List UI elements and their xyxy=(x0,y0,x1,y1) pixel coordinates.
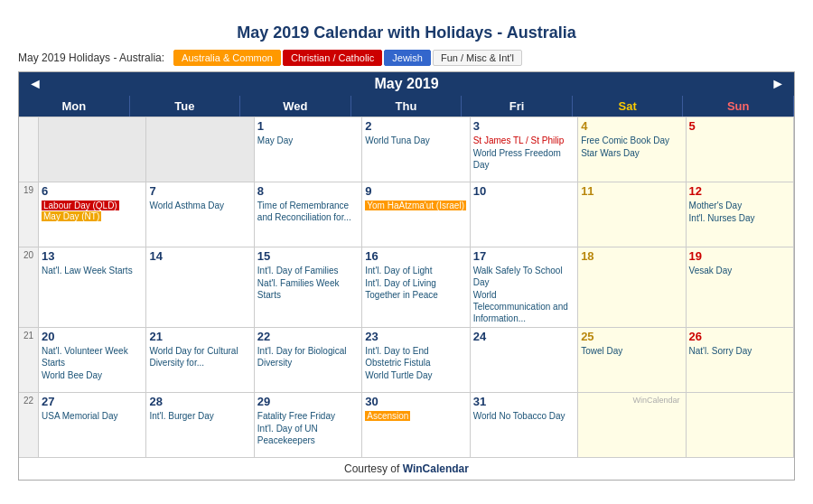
day-num-13: 13 xyxy=(42,249,143,263)
day-num-19: 19 xyxy=(689,249,790,263)
day-headers: Mon Tue Wed Thu Fri Sat Sun xyxy=(19,96,794,117)
cell-may-19: 19 Vesak Day xyxy=(687,247,794,327)
holiday-towel: Towel Day xyxy=(581,345,682,357)
holiday-labour-day: Labour Day (QLD) xyxy=(42,201,119,210)
holiday-fatality: Fatality Free Friday xyxy=(257,410,359,422)
cell-may-10: 10 xyxy=(471,182,578,247)
calendar-page: May 2019 Calendar with Holidays - Austra… xyxy=(18,23,795,481)
calendar-header: ◄ May 2019 ► xyxy=(19,72,794,96)
cell-may-21: 21 World Day for Cultural Diversity for.… xyxy=(146,327,254,392)
filter-label: May 2019 Holidays - Australia: xyxy=(18,51,164,64)
day-num-6: 6 xyxy=(42,184,143,198)
holiday-walk-safely: Walk Safely To School Day xyxy=(473,265,575,288)
holiday-star-wars: Star Wars Day xyxy=(581,147,682,159)
holiday-nurses-day: Int'l. Nurses Day xyxy=(689,212,790,224)
day-num-16: 16 xyxy=(365,249,466,263)
holiday-volunteer: Nat'l. Volunteer Week Starts xyxy=(42,345,143,369)
day-num-26: 26 xyxy=(689,330,790,343)
cell-may-14: 14 xyxy=(146,247,254,327)
cell-may-20: 20 Nat'l. Volunteer Week Starts World Be… xyxy=(39,327,146,392)
day-num-21: 21 xyxy=(149,330,250,343)
month-title: May 2019 xyxy=(374,76,438,92)
filter-tab-misc[interactable]: Fun / Misc & Int'l xyxy=(433,50,522,66)
wincalendar-link[interactable]: WinCalendar xyxy=(403,462,469,475)
cell-may-28: 28 Int'l. Burger Day xyxy=(146,392,254,457)
cell-may-31: 31 World No Tobacco Day xyxy=(471,392,578,457)
day-num-22: 22 xyxy=(257,330,359,343)
filter-tabs: Australia & Common Christian / Catholic … xyxy=(173,50,522,66)
cell-may-5: 5 xyxy=(687,117,794,182)
cell-empty-2 xyxy=(146,117,254,182)
cell-may-13: 13 Nat'l. Law Week Starts xyxy=(39,247,146,327)
day-num-31: 31 xyxy=(473,395,575,408)
courtesy-footer: Courtesy of WinCalendar xyxy=(19,457,794,480)
calendar-grid: 1 May Day 2 World Tuna Day 3 St James TL… xyxy=(19,117,794,457)
day-num-24: 24 xyxy=(473,330,575,343)
week-21: 21 xyxy=(19,327,39,392)
week-20: 20 xyxy=(19,247,39,327)
holiday-bee-day: World Bee Day xyxy=(42,369,143,381)
cell-may-12: 12 Mother's Day Int'l. Nurses Day xyxy=(687,182,794,247)
cell-may-22: 22 Int'l. Day for Biological Diversity xyxy=(255,327,362,392)
holiday-remembrance: Time of Remembrance and Reconciliation f… xyxy=(257,200,359,223)
day-num-11: 11 xyxy=(581,184,682,198)
header-thu: Thu xyxy=(351,96,463,117)
holiday-living-together: Int'l. Day of Living Together in Peace xyxy=(365,277,466,301)
day-num-12: 12 xyxy=(689,184,790,198)
cell-may-27: 27 USA Memorial Day xyxy=(39,392,146,457)
day-num-10: 10 xyxy=(473,184,575,198)
holiday-turtle: World Turtle Day xyxy=(365,369,466,381)
day-num-23: 23 xyxy=(365,330,466,343)
holiday-st-james: St James TL / St Philip xyxy=(473,135,575,146)
prev-month-button[interactable]: ◄ xyxy=(28,76,42,92)
day-num-17: 17 xyxy=(473,249,575,263)
holiday-un-peace: Int'l. Day of UN Peacekeepers xyxy=(257,423,359,446)
filter-tab-jewish[interactable]: Jewish xyxy=(384,50,431,66)
cell-empty-sun xyxy=(687,392,794,457)
cell-may-24: 24 xyxy=(471,327,578,392)
day-num-15: 15 xyxy=(257,249,359,263)
holiday-light: Int'l. Day of Light xyxy=(365,265,466,276)
cell-empty-1 xyxy=(39,117,146,182)
cell-empty-sat: WinCalendar xyxy=(578,392,686,457)
cell-may-11: 11 xyxy=(578,182,686,247)
cell-may-26: 26 Nat'l. Sorry Day xyxy=(687,327,794,392)
cell-may-18: 18 xyxy=(578,247,686,327)
holiday-obstetric: Int'l. Day to End Obstetric Fistula xyxy=(365,345,466,369)
wincal-watermark: WinCalendar xyxy=(581,395,682,406)
filter-tab-common[interactable]: Australia & Common xyxy=(173,50,281,66)
cell-may-16: 16 Int'l. Day of Light Int'l. Day of Liv… xyxy=(362,247,470,327)
holiday-free-comic: Free Comic Book Day xyxy=(581,135,682,146)
cell-may-8: 8 Time of Remembrance and Reconciliation… xyxy=(255,182,362,247)
holiday-no-tobacco: World No Tobacco Day xyxy=(473,410,575,422)
cell-may-1: 1 May Day xyxy=(255,117,362,182)
header-wed: Wed xyxy=(240,96,351,117)
holiday-families-week: Nat'l. Families Week Starts xyxy=(257,277,359,301)
holiday-world-press: World Press Freedom Day xyxy=(473,147,575,171)
cell-may-30: 30 Ascension xyxy=(362,392,470,457)
next-month-button[interactable]: ► xyxy=(771,76,785,92)
day-num-27: 27 xyxy=(42,395,143,408)
cell-may-6: 6 Labour Day (QLD) May Day (NT) xyxy=(39,182,146,247)
cell-may-15: 15 Int'l. Day of Families Nat'l. Familie… xyxy=(255,247,362,327)
day-num-7: 7 xyxy=(149,184,250,198)
cell-may-7: 7 World Asthma Day xyxy=(146,182,254,247)
day-num-18: 18 xyxy=(581,249,682,263)
day-num-2: 2 xyxy=(365,119,466,133)
cell-may-2: 2 World Tuna Day xyxy=(362,117,470,182)
holiday-may-day: May Day xyxy=(257,135,359,146)
holiday-ascension: Ascension xyxy=(365,411,410,421)
day-num-4: 4 xyxy=(581,119,682,133)
holiday-burger: Int'l. Burger Day xyxy=(149,410,250,422)
week-22: 22 xyxy=(19,392,39,457)
filter-tab-christian[interactable]: Christian / Catholic xyxy=(283,50,382,66)
day-num-1: 1 xyxy=(257,119,359,133)
holiday-may-day-nt: May Day (NT) xyxy=(42,211,101,221)
day-num-29: 29 xyxy=(257,395,359,408)
holiday-families: Int'l. Day of Families xyxy=(257,265,359,276)
day-num-9: 9 xyxy=(365,184,466,198)
holiday-mothers-day: Mother's Day xyxy=(689,200,790,211)
day-num-20: 20 xyxy=(42,330,143,343)
day-num-5: 5 xyxy=(689,119,790,133)
day-num-30: 30 xyxy=(365,395,466,408)
